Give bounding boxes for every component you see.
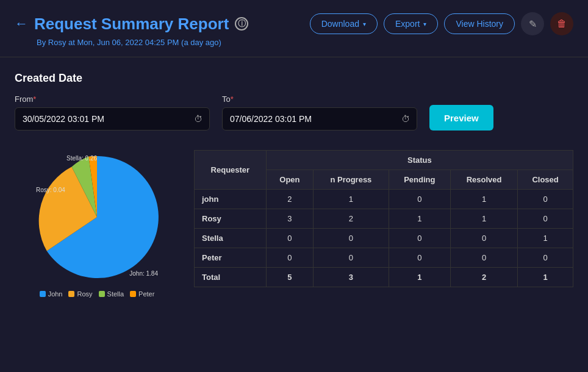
download-label: Download: [321, 19, 359, 29]
header-actions: Download ▾ Export ▾ View History ✎ 🗑: [310, 12, 573, 35]
info-icon[interactable]: ⓘ: [235, 17, 248, 30]
from-field-group: From* ⏱: [15, 95, 210, 131]
data-table-area: Requester Status Open n Progress Pending…: [194, 150, 573, 287]
to-date-wrapper: ⏱: [222, 107, 417, 131]
view-history-label: View History: [456, 19, 503, 29]
export-chevron-icon: ▾: [423, 21, 426, 27]
table-row: Rosy 3 2 1 1 0: [195, 209, 573, 229]
cell-in-progress: 2: [314, 209, 389, 229]
cell-pending: 0: [389, 229, 450, 248]
table-total-row: Total 5 3 1 2 1: [195, 268, 573, 287]
from-clock-icon: ⏱: [194, 114, 203, 124]
cell-total-in-progress: 3: [314, 268, 389, 287]
from-label: From*: [15, 95, 210, 104]
pie-chart: Stella: 0.26 Rosy: 0.04 John: 1.84: [30, 150, 164, 284]
to-date-field[interactable]: [230, 114, 392, 124]
main-content: Created Date From* ⏱ To* ⏱: [0, 57, 588, 312]
from-date-wrapper: ⏱: [15, 107, 210, 131]
col-closed: Closed: [518, 170, 573, 190]
col-in-progress: n Progress: [314, 170, 389, 190]
cell-in-progress: 1: [314, 190, 389, 209]
download-button[interactable]: Download ▾: [310, 13, 378, 34]
export-label: Export: [395, 19, 420, 29]
export-button[interactable]: Export ▾: [384, 13, 438, 34]
table-row: Peter 0 0 0 0 0: [195, 248, 573, 268]
john-legend-label: John: [48, 290, 63, 298]
cell-pending: 0: [389, 248, 450, 268]
john-legend-dot: [40, 291, 46, 297]
table-row: john 2 1 0 1 0: [195, 190, 573, 209]
to-date-input[interactable]: [222, 107, 417, 131]
to-clock-icon: ⏱: [401, 114, 410, 124]
page-header: ← Request Summary Report ⓘ Download ▾ Ex…: [0, 0, 588, 57]
cell-open: 0: [266, 229, 313, 248]
cell-in-progress: 0: [314, 248, 389, 268]
cell-closed: 0: [518, 248, 573, 268]
chart-area: Stella: 0.26 Rosy: 0.04 John: 1.84 John …: [15, 150, 179, 298]
summary-table: Requester Status Open n Progress Pending…: [194, 150, 573, 287]
cell-open: 0: [266, 248, 313, 268]
subtitle: By Rosy at Mon, Jun 06, 2022 04:25 PM (a…: [37, 38, 573, 47]
cell-closed: 0: [518, 209, 573, 229]
from-required-star: *: [33, 95, 36, 104]
cell-resolved: 0: [451, 229, 518, 248]
edit-icon: ✎: [529, 18, 537, 30]
to-required-star: *: [231, 95, 234, 104]
title-row: ← Request Summary Report ⓘ: [15, 15, 248, 34]
stella-legend-label: Stella: [107, 290, 124, 298]
col-pending: Pending: [389, 170, 450, 190]
bottom-section: Stella: 0.26 Rosy: 0.04 John: 1.84 John …: [15, 150, 573, 298]
cell-closed: 1: [518, 229, 573, 248]
cell-requester: Peter: [195, 248, 267, 268]
download-chevron-icon: ▾: [363, 21, 366, 27]
chart-legend: John Rosy Stella Peter: [15, 290, 179, 298]
peter-legend-dot: [130, 291, 136, 297]
delete-icon: 🗑: [557, 18, 567, 29]
stella-legend-dot: [99, 291, 105, 297]
view-history-button[interactable]: View History: [444, 13, 515, 34]
cell-closed: 0: [518, 190, 573, 209]
stella-label: Stella: 0.26: [66, 155, 97, 162]
edit-button[interactable]: ✎: [521, 12, 544, 35]
preview-button[interactable]: Preview: [429, 105, 493, 131]
legend-peter: Peter: [130, 290, 154, 298]
cell-open: 2: [266, 190, 313, 209]
cell-requester: john: [195, 190, 267, 209]
cell-total-closed: 1: [518, 268, 573, 287]
legend-rosy: Rosy: [68, 290, 92, 298]
date-filter-row: From* ⏱ To* ⏱ Preview: [15, 95, 573, 131]
cell-in-progress: 0: [314, 229, 389, 248]
delete-button[interactable]: 🗑: [550, 12, 573, 35]
cell-resolved: 0: [451, 248, 518, 268]
cell-resolved: 1: [451, 209, 518, 229]
legend-stella: Stella: [99, 290, 124, 298]
cell-total-open: 5: [266, 268, 313, 287]
cell-total-resolved: 2: [451, 268, 518, 287]
subtitle-time: at Mon, Jun 06, 2022 04:25 PM (a day ago…: [68, 38, 221, 47]
cell-pending: 1: [389, 209, 450, 229]
from-date-input[interactable]: [15, 107, 210, 131]
header-top-row: ← Request Summary Report ⓘ Download ▾ Ex…: [15, 12, 573, 35]
subtitle-prefix: By: [37, 38, 46, 47]
back-button[interactable]: ←: [15, 16, 28, 32]
cell-resolved: 1: [451, 190, 518, 209]
page-title: Request Summary Report: [34, 15, 229, 34]
subtitle-user: Rosy: [48, 38, 66, 47]
cell-requester: Stella: [195, 229, 267, 248]
section-title: Created Date: [15, 72, 573, 85]
cell-requester: Rosy: [195, 209, 267, 229]
cell-total-pending: 1: [389, 268, 450, 287]
rosy-label: Rosy: 0.04: [36, 187, 65, 193]
cell-pending: 0: [389, 190, 450, 209]
cell-total: Total: [195, 268, 267, 287]
to-label: To*: [222, 95, 417, 104]
from-date-field[interactable]: [23, 114, 185, 124]
rosy-legend-label: Rosy: [77, 290, 92, 298]
table-row: Stella 0 0 0 0 1: [195, 229, 573, 248]
col-status-group: Status: [266, 151, 573, 170]
to-field-group: To* ⏱: [222, 95, 417, 131]
pie-svg: [30, 150, 164, 284]
cell-open: 3: [266, 209, 313, 229]
col-resolved: Resolved: [451, 170, 518, 190]
legend-john: John: [40, 290, 63, 298]
